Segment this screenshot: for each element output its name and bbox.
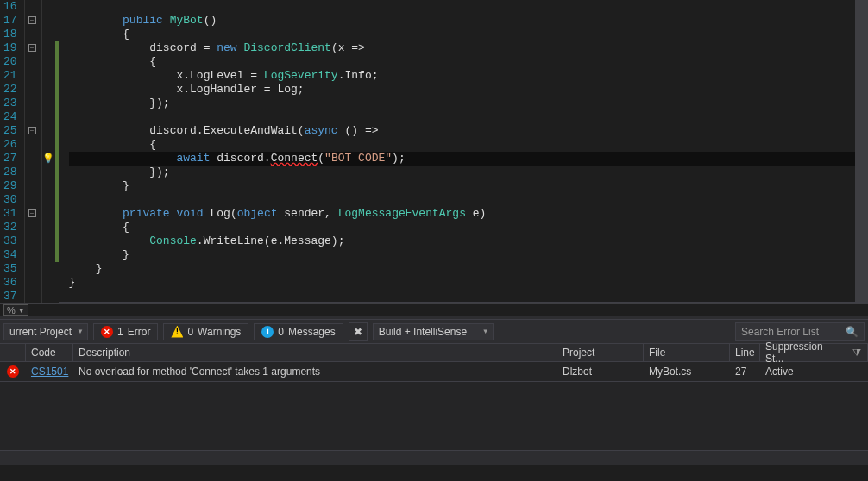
editor-footer: % ▼ <box>0 303 868 316</box>
error-line: 27 <box>730 362 760 381</box>
line-number-gutter[interactable]: 1617181920212223242526272829303132333435… <box>0 0 25 303</box>
error-code-link[interactable]: CS1501 <box>31 365 68 378</box>
project-scope-dropdown[interactable]: urrent Project ▼ <box>3 323 88 340</box>
chevron-down-icon: ▼ <box>18 307 25 315</box>
col-code[interactable]: Code <box>26 344 73 361</box>
col-severity[interactable] <box>0 344 26 361</box>
editor-scroll: 1617181920212223242526272829303132333435… <box>0 0 868 303</box>
info-icon: i <box>261 326 274 338</box>
error-icon: ✕ <box>101 326 113 338</box>
chevron-down-icon: ▼ <box>482 328 489 335</box>
search-input[interactable]: Search Error List 🔍 <box>735 322 865 341</box>
build-mode-dropdown[interactable]: Build + IntelliSense ▼ <box>373 323 494 340</box>
error-list-toolbar: urrent Project ▼ ✕ 1 Error ! 0 Warnings … <box>0 319 868 343</box>
filter-clear-icon: ✖ <box>354 326 362 338</box>
error-list-body <box>0 381 868 450</box>
error-file: MyBot.cs <box>644 362 730 381</box>
errors-toggle[interactable]: ✕ 1 Error <box>93 323 158 340</box>
search-icon: 🔍 <box>846 326 859 338</box>
warnings-toggle[interactable]: ! 0 Warnings <box>163 323 248 340</box>
col-description[interactable]: Description <box>73 344 557 361</box>
warning-icon: ! <box>171 326 183 338</box>
chevron-down-icon: ▼ <box>77 328 84 335</box>
change-tracking <box>55 0 59 303</box>
code-editor: 1617181920212223242526272829303132333435… <box>0 0 868 302</box>
error-icon: ✕ <box>7 365 19 378</box>
col-filter-icon[interactable]: ⧩ <box>846 344 868 361</box>
error-row[interactable]: ✕ CS1501 No overload for method 'Connect… <box>0 362 868 381</box>
error-grid-header: Code Description Project File Line Suppr… <box>0 343 868 362</box>
zoom-dropdown[interactable]: % ▼ <box>3 304 28 316</box>
search-placeholder: Search Error List <box>741 326 819 338</box>
outlining-margin[interactable]: −−−− <box>25 0 42 303</box>
error-project: Dlzbot <box>557 362 644 381</box>
glyph-margin[interactable]: 💡 <box>42 0 55 303</box>
code-area[interactable]: public MyBot() { discord = new DiscordCl… <box>59 0 868 303</box>
col-suppression[interactable]: Suppression St... <box>760 344 846 361</box>
error-suppression: Active <box>760 362 846 381</box>
status-bar <box>0 450 868 465</box>
zoom-value: % <box>7 305 16 315</box>
vertical-scrollbar[interactable] <box>855 0 868 302</box>
col-project[interactable]: Project <box>557 344 644 361</box>
col-line[interactable]: Line <box>730 344 760 361</box>
col-file[interactable]: File <box>644 344 730 361</box>
error-description: No overload for method 'Connect' takes 1… <box>73 362 557 381</box>
messages-toggle[interactable]: i 0 Messages <box>254 323 343 340</box>
clear-filter-button[interactable]: ✖ <box>349 322 368 341</box>
